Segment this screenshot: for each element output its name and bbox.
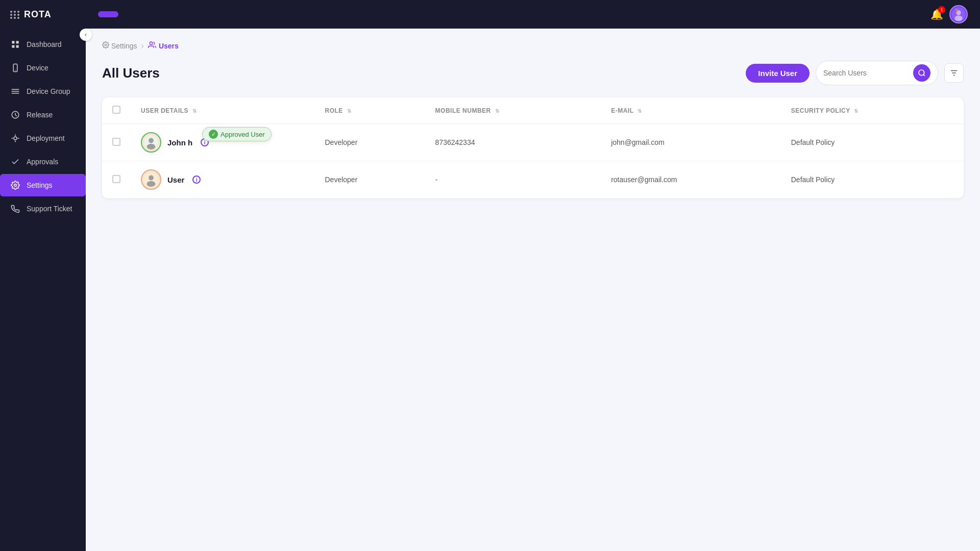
page-title: All Users [102,65,160,81]
user-avatar-topbar[interactable] [949,5,968,23]
svg-point-12 [956,11,958,13]
topbar-tab-2[interactable] [118,11,139,17]
page-header: All Users Invite User [102,61,964,85]
row1-email-text: john@gmail.com [611,138,664,146]
settings-icon [10,180,20,190]
header-checkbox-cell [102,97,131,124]
header-actions: Invite User [746,61,964,85]
row2-mobile-text: - [435,176,438,184]
row2-role: Developer [314,161,425,198]
table-header-row: USER DETAILS ⇅ ROLE ⇅ MOBILE NUMBER ⇅ [102,97,964,124]
row1-checkbox[interactable] [112,138,120,146]
users-icon-breadcrumb [148,41,156,51]
row2-checkbox-cell [102,161,131,198]
svg-point-15 [919,70,924,76]
svg-point-20 [149,138,154,143]
row2-info-icon[interactable]: i [192,176,201,184]
search-box [816,61,938,85]
users-table-container: USER DETAILS ⇅ ROLE ⇅ MOBILE NUMBER ⇅ [102,97,964,198]
sidebar-item-label: Device [27,64,48,72]
app-logo: ROTA [0,0,86,29]
release-icon [10,110,20,120]
sidebar-item-settings[interactable]: Settings [0,174,86,196]
topbar-tabs [98,11,139,17]
approved-user-badge: ✓ Approved User [202,127,272,141]
svg-rect-2 [12,45,14,48]
notification-bell[interactable]: 🔔 1 [930,8,943,20]
header-email: E-MAIL ⇅ [601,97,781,124]
row1-policy-text: Default Policy [791,138,835,146]
svg-point-23 [149,176,154,181]
users-table: USER DETAILS ⇅ ROLE ⇅ MOBILE NUMBER ⇅ [102,97,964,198]
breadcrumb-current: Users [148,41,179,51]
row2-user-name: User [167,176,184,184]
sidebar-collapse-button[interactable]: ‹ [80,29,92,41]
support-ticket-icon [10,204,20,214]
sidebar-item-label: Support Ticket [27,205,72,213]
svg-point-24 [147,181,156,187]
sidebar-item-deployment[interactable]: Deployment [0,127,86,149]
row1-mobile-text: 8736242334 [435,138,475,146]
approved-badge-label: Approved User [220,131,265,138]
svg-point-5 [15,70,16,71]
sort-icon-role[interactable]: ⇅ [347,108,352,114]
invite-user-button[interactable]: Invite User [746,64,810,83]
sort-icon-user-details[interactable]: ⇅ [192,108,197,114]
dashboard-icon [10,39,20,49]
sidebar-item-label: Dashboard [27,40,62,48]
row1-policy: Default Policy [781,124,964,161]
deployment-icon [10,133,20,143]
row2-email-text: rotauser@gmail.com [611,176,677,184]
row1-email: john@gmail.com [601,124,781,161]
svg-point-14 [150,42,152,44]
topbar: 🔔 1 [86,0,980,29]
row1-checkbox-cell [102,124,131,161]
main-area: 🔔 1 Settings › [86,0,980,551]
sidebar-item-device-group[interactable]: Device Group [0,80,86,103]
sidebar: ROTA ‹ Dashboard Device Device Group [0,0,86,551]
svg-rect-0 [12,41,14,43]
sort-icon-email[interactable]: ⇅ [638,108,642,114]
row2-policy: Default Policy [781,161,964,198]
row2-email: rotauser@gmail.com [601,161,781,198]
breadcrumb: Settings › Users [102,41,964,51]
app-name: ROTA [24,9,52,20]
svg-rect-1 [16,41,19,43]
device-group-icon [10,86,20,96]
row2-checkbox[interactable] [112,175,120,183]
row1-role-text: Developer [325,138,357,146]
breadcrumb-settings-label: Settings [111,42,137,50]
sidebar-item-label: Release [27,111,53,119]
header-security-policy: SECURITY POLICY ⇅ [781,97,964,124]
notification-badge: 1 [938,6,945,13]
row1-user-name: John h [167,138,192,147]
svg-point-8 [14,184,17,187]
sort-icon-policy[interactable]: ⇅ [854,108,859,114]
settings-gear-icon [102,41,109,50]
sort-icon-mobile[interactable]: ⇅ [495,108,500,114]
sidebar-item-release[interactable]: Release [0,104,86,126]
sidebar-item-support-ticket[interactable]: Support Ticket [0,197,86,220]
row2-policy-text: Default Policy [791,176,835,184]
header-checkbox[interactable] [112,106,120,114]
svg-point-10 [956,10,961,15]
sidebar-item-approvals[interactable]: Approvals [0,151,86,173]
search-button[interactable] [913,64,930,82]
breadcrumb-current-label: Users [159,42,179,50]
row1-mobile: 8736242334 [425,124,601,161]
svg-point-21 [147,144,156,149]
sidebar-item-device[interactable]: Device [0,57,86,79]
header-mobile-number: MOBILE NUMBER ⇅ [425,97,601,124]
svg-point-11 [954,15,963,21]
breadcrumb-settings-link[interactable]: Settings [102,41,137,50]
filter-button[interactable] [944,63,964,83]
row1-user-details: John h i ✓ Approved User [131,124,314,161]
topbar-tab-active[interactable] [98,11,118,17]
table-row[interactable]: User i Developer - rotauser@gmail.com [102,161,964,198]
header-role: ROLE ⇅ [314,97,425,124]
content-area: Settings › Users All Users Invite User [86,29,980,551]
sidebar-item-dashboard[interactable]: Dashboard [0,33,86,56]
grid-icon [10,11,20,19]
table-row[interactable]: John h i ✓ Approved User Developer [102,124,964,161]
search-input[interactable] [823,69,909,77]
